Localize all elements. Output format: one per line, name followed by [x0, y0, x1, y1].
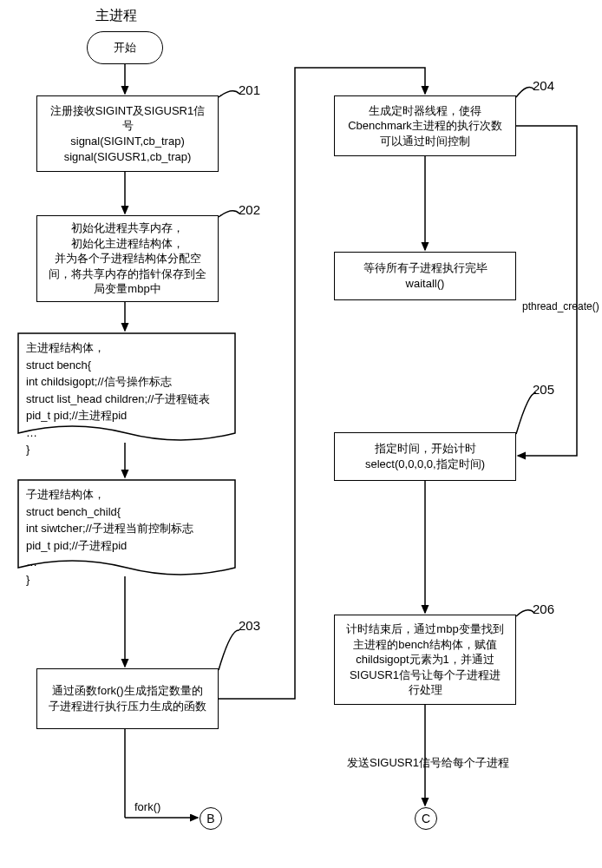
- doc1-line2: struct bench{: [26, 357, 227, 374]
- doc2-line3: int siwtcher;//子进程当前控制标志: [26, 520, 227, 537]
- step-201-line2: 号: [122, 118, 134, 134]
- step-201-line3: signal(SIGINT,cb_trap): [70, 134, 185, 149]
- step-203: 通过函数fork()生成指定数量的 子进程进行执行压力生成的函数: [36, 668, 219, 729]
- doc2-line5: …: [26, 554, 227, 571]
- step-205-line1: 指定时间，开始计时: [375, 441, 476, 457]
- step-204-line2: Cbenchmark主进程的执行次数: [348, 118, 502, 134]
- doc-main-struct: 主进程结构体， struct bench{ int childsigopt;//…: [17, 332, 236, 447]
- sendsig-label: 发送SIGUSR1信号给每个子进程: [347, 755, 509, 771]
- doc-child-struct: 子进程结构体， struct bench_child{ int siwtcher…: [17, 479, 236, 582]
- step-203-line2: 子进程进行执行压力生成的函数: [49, 699, 206, 714]
- fork-label: fork(): [134, 800, 160, 813]
- connector-b: B: [200, 807, 222, 830]
- step-205-num: 205: [533, 382, 554, 397]
- step-202-line5: 局变量mbp中: [94, 281, 160, 297]
- step-204: 生成定时器线程，使得 Cbenchmark主进程的执行次数 可以通过时间控制: [334, 95, 516, 156]
- step-wait-line2: waitall(): [406, 276, 445, 292]
- step-201-num: 201: [239, 82, 260, 97]
- start-node: 开始: [87, 31, 163, 64]
- step-206-line1: 计时结束后，通过mbp变量找到: [346, 621, 503, 637]
- step-205: 指定时间，开始计时 select(0,0,0,0,指定时间): [334, 432, 516, 481]
- doc2-line2: struct bench_child{: [26, 503, 227, 521]
- step-206-line4: SIGUSR1信号让每个子进程进: [350, 667, 501, 683]
- step-wait-line1: 等待所有子进程执行完毕: [363, 260, 487, 276]
- doc1-line4: struct list_head children;//子进程链表: [26, 391, 227, 408]
- step-202-line3: 并为各个子进程结构体分配空: [55, 251, 201, 266]
- step-201: 注册接收SIGINT及SIGUSR1信 号 signal(SIGINT,cb_t…: [36, 95, 219, 172]
- connector-c: C: [415, 807, 437, 830]
- pthread-label: pthread_create(): [522, 300, 599, 312]
- doc1-line3: int childsigopt;//信号操作标志: [26, 373, 227, 391]
- step-202: 初始化进程共享内存， 初始化主进程结构体， 并为各个子进程结构体分配空 间，将共…: [36, 215, 219, 302]
- doc2-line4: pid_t pid;//子进程pid: [26, 537, 227, 555]
- step-204-num: 204: [533, 78, 554, 93]
- step-204-line3: 可以通过时间控制: [380, 134, 470, 149]
- step-201-line4: signal(SIGUSR1,cb_trap): [64, 149, 192, 165]
- step-202-num: 202: [239, 202, 260, 217]
- doc1-line6: …: [26, 424, 227, 442]
- step-206-line2: 主进程的bench结构体，赋值: [353, 637, 496, 653]
- doc1-line7: }: [26, 441, 227, 458]
- step-203-line1: 通过函数fork()生成指定数量的: [52, 683, 202, 699]
- step-202-line1: 初始化进程共享内存，: [71, 220, 184, 236]
- step-206-num: 206: [533, 602, 554, 616]
- start-label: 开始: [114, 40, 136, 56]
- step-206-line3: childsigopt元素为1，并通过: [356, 652, 494, 667]
- step-205-line2: select(0,0,0,0,指定时间): [365, 457, 485, 472]
- diagram-title: 主进程: [95, 7, 137, 25]
- doc1-line1: 主进程结构体，: [26, 339, 227, 357]
- connector-c-label: C: [422, 812, 430, 825]
- step-wait: 等待所有子进程执行完毕 waitall(): [334, 252, 516, 300]
- step-204-line1: 生成定时器线程，使得: [369, 103, 481, 119]
- connector-b-label: B: [206, 812, 214, 825]
- step-206: 计时结束后，通过mbp变量找到 主进程的bench结构体，赋值 childsig…: [334, 615, 516, 705]
- step-201-line1: 注册接收SIGINT及SIGUSR1信: [50, 103, 205, 119]
- step-202-line4: 间，将共享内存的指针保存到全: [49, 266, 206, 282]
- doc1-line5: pid_t pid;//主进程pid: [26, 407, 227, 424]
- doc2-line6: }: [26, 571, 227, 589]
- step-206-line5: 行处理: [409, 682, 442, 698]
- step-202-line2: 初始化主进程结构体，: [71, 236, 184, 252]
- doc2-line1: 子进程结构体，: [26, 486, 227, 503]
- step-203-num: 203: [239, 618, 260, 633]
